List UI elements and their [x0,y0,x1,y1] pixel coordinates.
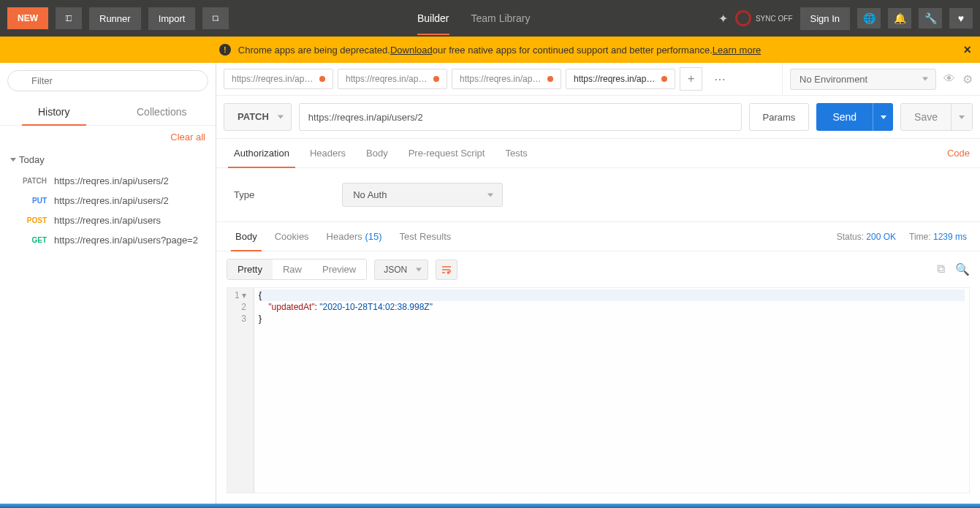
format-select[interactable]: JSON [374,259,428,280]
history-tab[interactable]: History [0,99,108,125]
tab-tests[interactable]: Tests [495,139,537,167]
chevron-down-icon [959,115,965,119]
history-method: POST [19,216,47,224]
new-window-button[interactable]: + [202,7,229,29]
view-preview-button[interactable]: Preview [312,259,366,279]
status-value: 200 OK [866,232,896,242]
request-tab[interactable]: https://reqres.in/api/u [452,69,561,89]
time-label: Time: [909,232,931,242]
new-window-icon: + [213,13,219,23]
collections-tab[interactable]: Collections [108,99,216,125]
wrap-icon [441,265,452,274]
history-url: https://reqres.in/api/users/2 [54,175,205,186]
request-subtabs: Authorization Headers Body Pre-request S… [216,139,980,168]
deprecation-banner: ! Chrome apps are being deprecated. Down… [0,37,980,63]
import-button[interactable]: Import [148,7,196,30]
response-tab-headers[interactable]: Headers (15) [318,231,391,251]
sync-ring-icon [735,10,751,26]
status-label: Status: [837,232,864,242]
history-url: https://reqres.in/api/users?page=2 [54,235,205,246]
response-tab-body[interactable]: Body [227,231,266,251]
code-link[interactable]: Code [947,148,973,159]
new-button[interactable]: NEW [7,7,48,29]
request-tabs: https://reqres.in/api/uhttps://reqres.in… [216,67,782,91]
history-item[interactable]: PUThttps://reqres.in/api/users/2 [0,191,216,211]
request-tab-label: https://reqres.in/api/u [574,74,656,84]
history-item[interactable]: POSThttps://reqres.in/api/users [0,211,216,230]
modified-dot-icon [547,76,553,82]
history-item[interactable]: GEThttps://reqres.in/api/users?page=2 [0,230,216,250]
auth-type-label: Type [234,189,254,200]
save-button[interactable]: Save [901,104,951,130]
response-body[interactable]: 1 ▾23 { "updatedAt": "2020-10-28T14:02:3… [227,287,970,493]
content-area: https://reqres.in/api/uhttps://reqres.in… [216,63,980,504]
response-tab-cookies[interactable]: Cookies [266,231,318,251]
history-day-label: Today [19,154,45,165]
wrench-icon[interactable]: 🔧 [919,8,942,29]
request-tab-label: https://reqres.in/api/u [460,74,542,84]
tab-authorization[interactable]: Authorization [224,139,300,167]
environment-preview-icon[interactable]: 👁 [943,72,955,86]
svg-text:+: + [217,18,219,22]
auth-type-select[interactable]: No Auth [342,183,503,207]
svg-rect-0 [66,16,72,21]
history-url: https://reqres.in/api/users/2 [54,195,205,206]
banner-download-link[interactable]: Download [390,45,433,56]
warning-icon: ! [219,44,231,56]
filter-input[interactable] [7,70,208,91]
team-library-tab[interactable]: Team Library [471,1,531,35]
modified-dot-icon [319,76,325,82]
request-tab[interactable]: https://reqres.in/api/u [566,69,675,89]
view-mode-group: Pretty Raw Preview [227,259,367,280]
params-button[interactable]: Params [749,103,810,131]
globe-icon[interactable]: 🌐 [857,8,881,29]
method-select[interactable]: PATCH [224,103,292,131]
sign-in-button[interactable]: Sign In [800,7,850,30]
send-dropdown[interactable] [873,103,893,131]
builder-tab[interactable]: Builder [417,1,449,35]
url-input[interactable] [299,103,742,131]
tab-headers[interactable]: Headers [300,139,356,167]
search-response-icon[interactable]: 🔍 [955,262,970,276]
view-pretty-button[interactable]: Pretty [227,259,273,279]
satellite-icon[interactable]: ✦ [718,12,728,26]
toggle-sidebar-button[interactable] [56,7,82,29]
response-headers-count: (15) [365,231,381,242]
copy-icon[interactable]: ⧉ [937,262,945,276]
history-method: PUT [19,197,47,205]
chevron-down-icon [881,115,886,119]
bell-icon[interactable]: 🔔 [888,8,911,29]
environment-select[interactable]: No Environment [790,69,936,90]
request-tab-label: https://reqres.in/api/u [232,74,314,84]
view-raw-button[interactable]: Raw [273,259,312,279]
response-headers-label: Headers [327,231,362,242]
banner-close-icon[interactable]: × [963,42,971,58]
history-day-header[interactable]: Today [0,148,216,171]
add-tab-button[interactable]: + [680,67,702,91]
environment-settings-icon[interactable]: ⚙ [962,72,973,86]
sidebar-icon [66,13,72,23]
banner-text-2: our free native apps for continued suppo… [433,45,713,56]
request-tab[interactable]: https://reqres.in/api/u [338,69,447,89]
more-tabs-button[interactable]: ⋯ [707,68,734,91]
banner-learn-link[interactable]: Learn more [713,45,761,56]
heart-icon[interactable]: ♥ [949,8,973,29]
tab-body[interactable]: Body [356,139,398,167]
runner-button[interactable]: Runner [89,7,141,30]
send-button[interactable]: Send [816,103,873,131]
banner-text-1: Chrome apps are being deprecated. [238,45,390,56]
clear-all-link[interactable]: Clear all [170,132,205,143]
sync-label: SYNC OFF [756,15,793,23]
history-item[interactable]: PATCHhttps://reqres.in/api/users/2 [0,171,216,191]
request-tab[interactable]: https://reqres.in/api/u [224,69,333,89]
top-tabs: Builder Team Library [236,1,710,35]
topbar-right: ✦ SYNC OFF Sign In 🌐 🔔 🔧 ♥ [718,7,973,30]
sync-status[interactable]: SYNC OFF [735,10,793,26]
tab-prerequest[interactable]: Pre-request Script [398,139,495,167]
response-tab-tests[interactable]: Test Results [391,231,460,251]
sidebar: 🔍 History Collections Clear all Today PA… [0,63,216,504]
chevron-down-icon [10,158,16,162]
wrap-toggle-button[interactable] [436,259,457,280]
save-dropdown[interactable] [951,104,972,130]
history-method: GET [19,236,47,244]
